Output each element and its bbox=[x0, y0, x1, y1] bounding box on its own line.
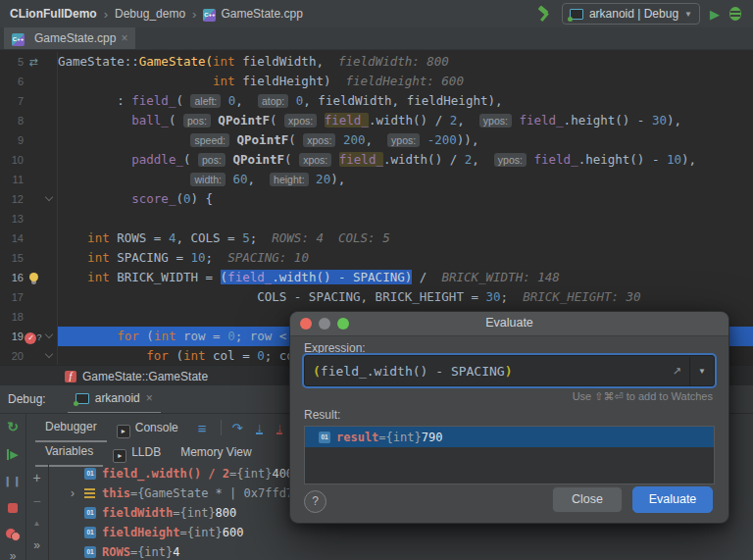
code-text[interactable]: COLS - SPACING, BRICK_HEIGHT = 30; BRICK… bbox=[58, 287, 753, 307]
gutter[interactable]: 11 bbox=[0, 170, 58, 189]
gutter[interactable]: 7 bbox=[0, 91, 58, 111]
code-text[interactable]: : field_( aleft: 0, atop: 0, fieldWidth,… bbox=[58, 91, 753, 111]
code-segment: for bbox=[117, 329, 139, 343]
build-icon[interactable] bbox=[536, 6, 552, 22]
code-text[interactable]: ball_( pos: QPointF( xpos: field_.width(… bbox=[58, 111, 753, 130]
code-line-16[interactable]: 16 int BRICK_WIDTH = (field_.width() - S… bbox=[0, 268, 753, 287]
gutter[interactable]: 8 bbox=[0, 111, 58, 130]
expand-editor-icon[interactable]: ↗ bbox=[665, 365, 689, 378]
dialog-titlebar[interactable]: Evaluate bbox=[290, 312, 728, 336]
stop-button[interactable] bbox=[0, 502, 25, 516]
code-text[interactable]: score_(0) { bbox=[58, 189, 753, 209]
close-icon[interactable]: × bbox=[121, 31, 127, 45]
code-text[interactable]: int fieldHeight) fieldHeight: 600 bbox=[58, 72, 753, 91]
code-line-14[interactable]: 14 int ROWS = 4, COLS = 5; ROWS: 4 COLS:… bbox=[0, 229, 753, 248]
gutter[interactable]: 16 bbox=[0, 268, 58, 287]
tab-variables[interactable]: Variables bbox=[35, 438, 103, 467]
gutter[interactable]: 17 bbox=[0, 287, 58, 307]
gutter[interactable]: 5⇄ bbox=[0, 52, 58, 72]
fold-marker-icon[interactable] bbox=[43, 327, 55, 346]
code-line-11[interactable]: 11 width: 60, height: 20), bbox=[0, 170, 753, 189]
code-text[interactable]: int SPACING = 10; SPACING: 10 bbox=[58, 248, 753, 268]
code-text[interactable]: GameState::GameState(int fieldWidth, fie… bbox=[58, 52, 753, 72]
evaluate-button[interactable]: Evaluate bbox=[632, 486, 713, 513]
dialog-footer: ? Close Evaluate bbox=[290, 487, 728, 513]
gutter[interactable]: 15 bbox=[0, 248, 58, 268]
tab-lldb[interactable]: ▸LLDB bbox=[103, 439, 171, 466]
layout-menu-icon[interactable]: ≡ bbox=[198, 420, 207, 436]
gutter[interactable]: 14 bbox=[0, 229, 58, 248]
gutter[interactable]: 18 bbox=[0, 307, 58, 327]
intention-bulb-icon[interactable] bbox=[24, 268, 43, 287]
code-line-6[interactable]: 6 int fieldHeight) fieldHeight: 600 bbox=[0, 72, 753, 91]
rerun-button[interactable]: ↻ bbox=[0, 419, 25, 434]
gutter[interactable]: 13 bbox=[0, 209, 58, 229]
code-text[interactable] bbox=[58, 209, 753, 229]
run-button[interactable]: ▶ bbox=[710, 7, 720, 22]
result-tree[interactable]: 01 result = {int} 790 bbox=[304, 426, 715, 484]
breadcrumb-project[interactable]: CLionFullDemo bbox=[10, 7, 97, 21]
code-text[interactable]: paddle_( pos: QPointF( xpos: field_.widt… bbox=[58, 150, 753, 170]
gutter[interactable]: 9 bbox=[0, 130, 58, 150]
tab-memory-view[interactable]: Memory View bbox=[171, 439, 261, 466]
code-line-12[interactable]: 12 score_(0) { bbox=[0, 189, 753, 209]
force-step-into-button[interactable]: ↓ bbox=[276, 422, 283, 434]
breakpoint-icon[interactable]: ✓? bbox=[24, 327, 43, 347]
code-line-7[interactable]: 7 : field_( aleft: 0, atop: 0, fieldWidt… bbox=[0, 91, 753, 111]
navigate-icon[interactable]: ⇄ bbox=[24, 52, 43, 72]
resume-button[interactable]: ▶ bbox=[0, 447, 25, 461]
gutter[interactable]: 20 bbox=[0, 346, 58, 366]
code-text[interactable]: int BRICK_WIDTH = (field_.width() - SPAC… bbox=[58, 268, 753, 287]
code-segment: , COLS = bbox=[176, 230, 242, 245]
more-watches-button[interactable]: » bbox=[25, 538, 48, 552]
code-line-17[interactable]: 17 COLS - SPACING, BRICK_HEIGHT = 30; BR… bbox=[0, 287, 753, 307]
code-segment: , bbox=[235, 93, 258, 108]
fold-marker-icon[interactable] bbox=[43, 189, 55, 209]
step-over-button[interactable]: ↷ bbox=[232, 421, 243, 435]
code-text[interactable]: speed: QPointF( xpos: 200, ypos: -200)), bbox=[58, 130, 753, 150]
close-icon[interactable]: × bbox=[146, 391, 153, 405]
close-button[interactable]: Close bbox=[552, 486, 623, 513]
view-breakpoints-button[interactable] bbox=[0, 529, 25, 543]
gutter[interactable]: 10 bbox=[0, 150, 58, 170]
gutter[interactable]: 12 bbox=[0, 189, 58, 209]
tab-gamestate-cpp[interactable]: C++ GameState.cpp × bbox=[4, 27, 135, 49]
expression-history-dropdown[interactable]: ▼ bbox=[690, 367, 714, 376]
breadcrumb-function[interactable]: GameState::GameState bbox=[82, 370, 208, 383]
line-number: 9 bbox=[0, 130, 24, 150]
code-segment: field_ bbox=[131, 93, 176, 108]
help-button[interactable]: ? bbox=[304, 490, 326, 513]
session-tab-arkanoid[interactable]: arkanoid × bbox=[68, 385, 161, 414]
code-line-10[interactable]: 10 paddle_( pos: QPointF( xpos: field_.w… bbox=[0, 150, 753, 170]
code-segment: 0 bbox=[257, 348, 265, 363]
tab-console[interactable]: ▸Console bbox=[107, 415, 188, 441]
remove-watch-button[interactable]: − bbox=[25, 493, 48, 509]
code-text[interactable]: width: 60, height: 20), bbox=[58, 170, 753, 189]
breadcrumb-file[interactable]: GameState.cpp bbox=[221, 7, 302, 21]
add-watch-button[interactable]: + bbox=[25, 470, 48, 485]
breadcrumb-folder[interactable]: Debug_demo bbox=[115, 7, 185, 21]
move-up-button[interactable]: ▲ bbox=[25, 519, 48, 528]
more-actions-button[interactable]: » bbox=[0, 549, 25, 560]
pause-button[interactable]: ❙❙ bbox=[0, 476, 25, 486]
code-line-15[interactable]: 15 int SPACING = 10; SPACING: 10 bbox=[0, 248, 753, 268]
expression-input[interactable]: (field_.width() - SPACING) ↗ ▼ bbox=[304, 355, 715, 386]
run-configuration-select[interactable]: arkanoid | Debug ▼ bbox=[562, 3, 700, 25]
code-line-5[interactable]: 5⇄GameState::GameState(int fieldWidth, f… bbox=[0, 52, 753, 72]
code-text[interactable]: int ROWS = 4, COLS = 5; ROWS: 4 COLS: 5 bbox=[58, 229, 753, 248]
code-segment: , bbox=[366, 132, 388, 147]
code-line-9[interactable]: 9 speed: QPointF( xpos: 200, ypos: -200)… bbox=[0, 130, 753, 150]
toolbar-divider bbox=[221, 420, 222, 435]
step-into-button[interactable]: ↓ bbox=[256, 422, 263, 434]
code-line-13[interactable]: 13 bbox=[0, 209, 753, 229]
variable-row[interactable]: 01fieldHeight = {int} 600 bbox=[49, 523, 753, 542]
result-row[interactable]: 01 result = {int} 790 bbox=[305, 427, 714, 447]
variable-row[interactable]: 01ROWS = {int} 4 bbox=[49, 542, 753, 560]
line-number: 7 bbox=[0, 91, 24, 111]
fold-marker-icon[interactable] bbox=[43, 346, 55, 366]
code-line-8[interactable]: 8 ball_( pos: QPointF( xpos: field_.widt… bbox=[0, 111, 753, 130]
expand-chevron-icon[interactable]: › bbox=[71, 486, 84, 500]
debug-button[interactable] bbox=[729, 7, 741, 21]
gutter[interactable]: 6 bbox=[0, 72, 58, 91]
gutter[interactable]: 19✓? bbox=[0, 327, 58, 346]
